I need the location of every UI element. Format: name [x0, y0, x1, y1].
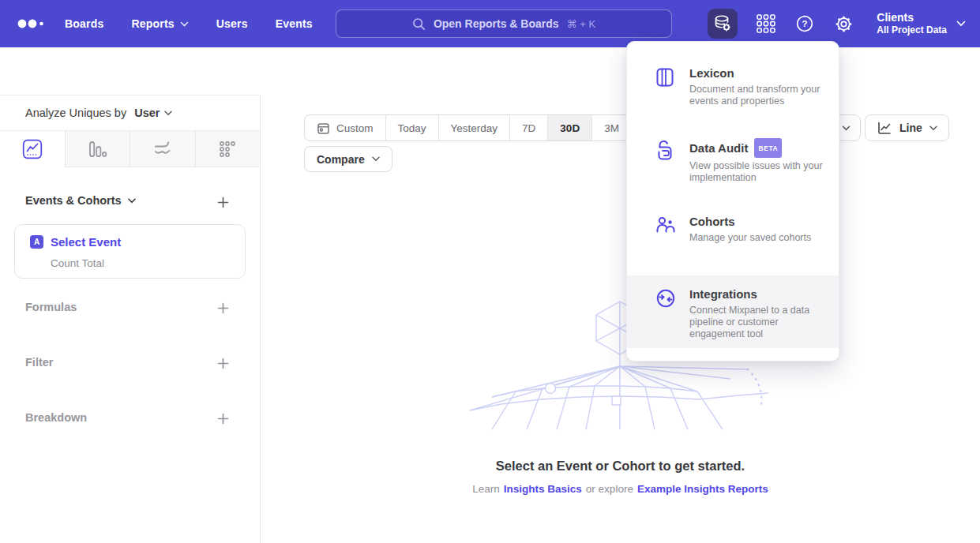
- filter-section-label: Filter: [25, 356, 53, 369]
- search-icon: [412, 17, 426, 31]
- nav-item-boards[interactable]: Boards: [65, 17, 103, 30]
- plus-icon: [217, 197, 229, 208]
- insights-basics-link[interactable]: Insights Basics: [504, 483, 582, 495]
- mixpanel-insights-page: Boards Reports Users Events Open Reports…: [0, 0, 980, 543]
- mixpanel-logo-icon[interactable]: [17, 18, 44, 29]
- tab-bar-chart[interactable]: [66, 131, 131, 167]
- chevron-down-icon: [164, 110, 172, 116]
- menu-item-title: Cohorts: [689, 214, 811, 230]
- beta-badge: BETA: [754, 138, 782, 158]
- plus-icon: [217, 302, 229, 314]
- or-explore-text: or explore: [586, 483, 633, 495]
- series-badge: A: [30, 235, 43, 249]
- menu-item-title: Lexicon: [689, 66, 822, 81]
- apps-grid-icon: [756, 13, 776, 34]
- org-name: Clients: [877, 11, 947, 24]
- query-builder-sidebar: Analyze Uniques by User: [0, 95, 261, 543]
- chevron-down-icon: [929, 125, 937, 131]
- nav-item-users[interactable]: Users: [216, 17, 248, 30]
- plus-icon: [217, 358, 229, 369]
- integrations-sync-icon: [655, 288, 676, 309]
- menu-item-integrations[interactable]: Integrations Connect Mixpanel to a data …: [627, 275, 839, 348]
- data-management-menu: Lexicon Document and transform your even…: [626, 41, 839, 361]
- chevron-down-icon: [956, 21, 966, 27]
- menu-item-description: Document and transform your events and p…: [689, 84, 822, 107]
- project-scope: All Project Data: [877, 24, 947, 36]
- events-cohorts-header[interactable]: Events & Cohorts: [25, 194, 136, 207]
- chevron-down-icon: [180, 21, 189, 27]
- search-input[interactable]: Open Reports & Boards ⌘ + K: [336, 9, 672, 38]
- menu-item-title: Integrations: [689, 286, 823, 302]
- project-selector[interactable]: Clients All Project Data: [877, 11, 966, 36]
- top-navigation-bar: Boards Reports Users Events Open Reports…: [0, 0, 980, 47]
- menu-item-title: Data Audit: [689, 140, 748, 156]
- report-canvas: Custom Today Yesterday 7D 30D 3M 6M Line…: [261, 95, 980, 543]
- menu-item-data-audit[interactable]: Data Audit BETA View possible issues wit…: [627, 138, 839, 184]
- menu-item-description: Connect Mixpanel to a data pipeline or c…: [689, 305, 823, 340]
- bar-chart-icon: [87, 139, 107, 159]
- breakdown-section-label: Breakdown: [25, 411, 87, 424]
- tab-flows[interactable]: [130, 131, 196, 167]
- data-management-button[interactable]: [708, 9, 738, 39]
- help-button[interactable]: ?: [794, 13, 815, 34]
- calendar-icon: [317, 122, 330, 135]
- nav-item-events[interactable]: Events: [276, 17, 313, 30]
- analyze-uniques-row: Analyze Uniques by User: [0, 95, 260, 131]
- lexicon-book-icon: [655, 67, 674, 88]
- menu-item-description: View possible issues with your implement…: [689, 160, 823, 184]
- menu-item-cohorts[interactable]: Cohorts Manage your saved cohorts: [627, 214, 839, 244]
- plus-icon: [217, 413, 229, 425]
- analyze-label: Analyze Uniques by: [25, 107, 126, 119]
- metrics-dots-icon: [217, 139, 238, 159]
- chevron-down-icon: [842, 125, 850, 131]
- example-reports-link[interactable]: Example Insights Reports: [637, 483, 768, 495]
- empty-state-links: Learn Insights Basics or explore Example…: [261, 483, 980, 495]
- menu-item-lexicon[interactable]: Lexicon Document and transform your even…: [627, 66, 839, 107]
- tab-line-chart[interactable]: [0, 131, 66, 167]
- search-shortcut: ⌘ + K: [567, 18, 596, 30]
- add-breakdown-button[interactable]: [215, 410, 231, 426]
- settings-gear-icon: [834, 14, 854, 34]
- date-range-yesterday[interactable]: Yesterday: [438, 115, 510, 140]
- line-chart-icon: [22, 139, 43, 159]
- empty-state-title: Select an Event or Cohort to get started…: [261, 459, 980, 474]
- nav-right-controls: ? Clients All Project Data: [708, 0, 966, 47]
- chart-type-tabs: [0, 131, 260, 167]
- date-range-control: Custom Today Yesterday 7D 30D 3M 6M: [304, 114, 671, 141]
- date-range-30d[interactable]: 30D: [547, 115, 591, 140]
- search-placeholder: Open Reports & Boards: [434, 17, 559, 30]
- chevron-down-icon: [372, 156, 380, 162]
- analyze-value-dropdown[interactable]: User: [134, 107, 172, 119]
- date-range-7d[interactable]: 7D: [509, 115, 547, 140]
- date-range-today[interactable]: Today: [385, 115, 438, 140]
- nav-item-reports[interactable]: Reports: [131, 17, 188, 30]
- svg-text:?: ?: [802, 19, 808, 28]
- add-formula-button[interactable]: [215, 300, 231, 316]
- cohorts-people-icon: [655, 215, 676, 234]
- date-range-custom[interactable]: Custom: [305, 115, 385, 140]
- select-event-label[interactable]: Select Event: [51, 235, 121, 249]
- event-card[interactable]: A Select Event Count Total: [14, 224, 246, 279]
- chevron-down-icon: [128, 198, 136, 204]
- flows-icon: [152, 139, 173, 159]
- menu-item-description: Manage your saved cohorts: [689, 232, 811, 244]
- line-chart-mini-icon: [877, 121, 892, 135]
- count-total-label[interactable]: Count Total: [51, 257, 104, 269]
- tab-metrics[interactable]: [196, 131, 261, 167]
- learn-text: Learn: [472, 483, 500, 495]
- add-filter-button[interactable]: [215, 355, 231, 371]
- help-icon: ?: [795, 14, 814, 33]
- compare-dropdown[interactable]: Compare: [304, 146, 392, 172]
- apps-grid-button[interactable]: [756, 13, 776, 34]
- add-event-button[interactable]: [215, 194, 231, 210]
- primary-nav: Boards Reports Users Events: [65, 0, 313, 47]
- database-gear-icon: [713, 14, 732, 33]
- data-audit-icon: [655, 140, 674, 162]
- settings-button[interactable]: [833, 13, 854, 34]
- date-range-3m[interactable]: 3M: [591, 115, 631, 140]
- formulas-section-label: Formulas: [25, 301, 77, 313]
- chart-type-dropdown[interactable]: Line: [865, 114, 949, 141]
